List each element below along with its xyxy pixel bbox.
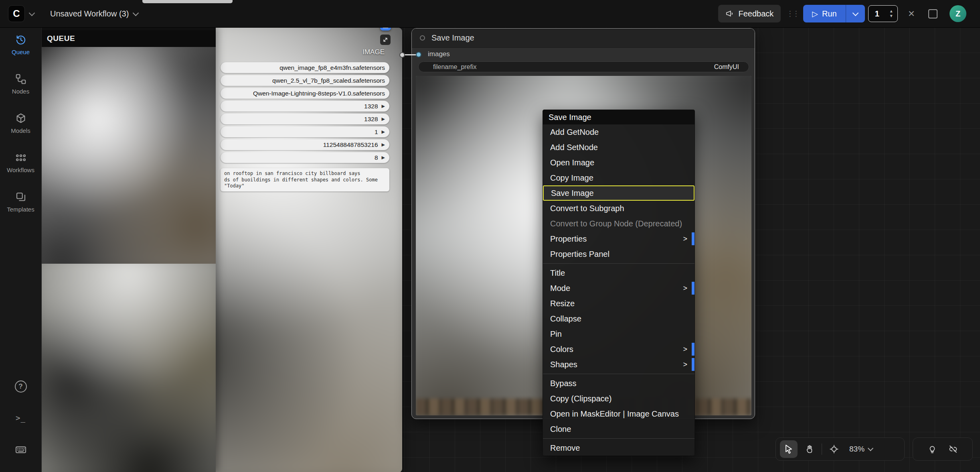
menu-item-properties-panel[interactable]: Properties Panel [543, 246, 695, 262]
menu-item-shapes[interactable]: Shapes> [543, 357, 695, 372]
prompt-textarea[interactable]: on rooftop in san francisco city billboa… [221, 168, 389, 191]
queue-item-thumbnail[interactable] [41, 264, 216, 472]
models-icon [15, 112, 27, 124]
widget-seed[interactable]: 1125488487853216▶ [221, 139, 389, 150]
image-output-label: IMAGE [362, 48, 385, 56]
collapse-node-icon[interactable] [420, 35, 425, 41]
menu-separator [543, 438, 695, 439]
menu-item-bypass[interactable]: Bypass [543, 376, 695, 391]
sidebar-item-models[interactable]: Models [0, 112, 41, 134]
queue-panel: QUEUE [41, 27, 216, 472]
tips-toggle-button[interactable] [923, 440, 941, 458]
terminal-button[interactable]: >_ [16, 413, 26, 422]
sidebar-item-nodes[interactable]: Nodes [0, 73, 41, 95]
run-options-button[interactable] [846, 5, 865, 22]
menu-item-mode[interactable]: Mode> [543, 281, 695, 296]
images-input-slot[interactable] [416, 52, 421, 57]
menu-item-colors[interactable]: Colors> [543, 342, 695, 357]
app-sidebar: Queue Nodes Models Workfl [0, 27, 42, 472]
menu-item-remove[interactable]: Remove [543, 440, 695, 456]
batch-count-stepper[interactable]: 1 ▲ ▼ [868, 5, 898, 22]
batch-count-value: 1 [875, 9, 879, 18]
menu-item-copy-clipspace[interactable]: Copy (Clipspace) [543, 391, 695, 406]
menu-item-save-image[interactable]: Save Image [543, 185, 695, 201]
widget-value: ComfyUI [714, 63, 739, 71]
stepper-down-icon[interactable]: ▼ [889, 14, 893, 18]
pan-tool-button[interactable] [801, 440, 818, 458]
select-tool-button[interactable] [780, 440, 798, 458]
menu-item-collapse[interactable]: Collapse [543, 311, 695, 326]
menu-item-convert-to-group-node: Convert to Group Node (Deprecated) [543, 216, 695, 231]
widget-lora-name[interactable]: Qwen-Image-Lightning-8steps-V1.0.safeten… [221, 88, 389, 99]
fit-view-button[interactable] [825, 440, 843, 458]
feedback-button[interactable]: Feedback [718, 5, 781, 22]
menu-item-pin[interactable]: Pin [543, 326, 695, 342]
menu-item-properties[interactable]: Properties> [543, 231, 695, 246]
help-icon: ? [18, 382, 22, 391]
widget-width[interactable]: 1328▶ [221, 101, 389, 112]
image-output-slot[interactable] [399, 52, 405, 58]
user-avatar[interactable]: Z [950, 5, 966, 22]
workflow-title-menu[interactable]: Unsaved Workflow (3) [50, 9, 138, 18]
chevron-down-icon [852, 10, 859, 16]
menu-item-copy-image[interactable]: Copy Image [543, 170, 695, 185]
menu-item-clone[interactable]: Clone [543, 421, 695, 437]
keyboard-icon [14, 443, 27, 456]
images-input-label: images [428, 50, 450, 58]
queue-panel-header: QUEUE [41, 30, 216, 47]
filename-prefix-widget[interactable]: filename_prefix ComfyUI [418, 61, 749, 72]
menu-item-convert-to-subgraph[interactable]: Convert to Subgraph [543, 201, 695, 216]
menu-item-add-setnode[interactable]: Add SetNode [543, 140, 695, 155]
logo-menu-chevron-icon[interactable] [29, 10, 35, 16]
node-context-menu: Save Image Add GetNode Add SetNode Open … [543, 110, 695, 456]
canvas-toggles-toolbar [913, 437, 973, 461]
queue-item-thumbnail[interactable] [41, 47, 216, 264]
templates-icon [15, 191, 27, 203]
widget-batch[interactable]: 1▶ [221, 126, 389, 137]
increment-arrow-icon[interactable]: ▶ [382, 129, 385, 134]
workflows-icon [15, 152, 27, 164]
menu-item-open-in-maskeditor[interactable]: Open in MaskEditor | Image Canvas [543, 406, 695, 421]
increment-arrow-icon[interactable]: ▶ [382, 142, 385, 147]
submenu-indicator [692, 358, 695, 371]
canvas-toolbar: 83% [775, 437, 905, 461]
expand-preview-button[interactable] [380, 35, 391, 45]
chevron-down-icon [868, 446, 873, 451]
drag-handle-icon[interactable]: ⋮⋮ [786, 9, 798, 18]
zoom-control[interactable]: 83% [846, 445, 876, 454]
submenu-arrow-icon: > [683, 357, 687, 372]
run-button[interactable]: ▷ Run [803, 5, 845, 22]
sidebar-item-templates[interactable]: Templates [0, 191, 41, 213]
help-button[interactable]: ? [15, 380, 27, 393]
cancel-run-button[interactable]: × [908, 8, 915, 19]
app-window: qwen_image_fp8_e4m3fn.safetensors qwen_2… [0, 0, 980, 472]
queue-overlay-toggle-icon[interactable] [928, 9, 937, 18]
cursor-icon [784, 444, 794, 454]
menu-separator [543, 263, 695, 264]
comfyui-logo[interactable]: C [8, 5, 25, 22]
sidebar-item-workflows[interactable]: Workflows [0, 152, 41, 173]
stepper-up-icon[interactable]: ▲ [889, 9, 893, 13]
queue-panel-title: QUEUE [47, 34, 75, 43]
widget-height[interactable]: 1328▶ [221, 114, 389, 124]
increment-arrow-icon[interactable]: ▶ [382, 104, 385, 109]
widget-model-name[interactable]: qwen_image_fp8_e4m3fn.safetensors [221, 62, 389, 73]
increment-arrow-icon[interactable]: ▶ [382, 116, 385, 122]
menu-separator [543, 374, 695, 374]
run-button-group: ▷ Run [803, 5, 865, 22]
sidebar-item-queue[interactable]: Queue [0, 34, 41, 55]
widget-clip-name[interactable]: qwen_2.5_vl_7b_fp8_scaled.safetensors [221, 75, 389, 86]
chevron-down-icon [133, 10, 139, 16]
toggle-links-button[interactable] [944, 440, 962, 458]
submenu-indicator [692, 282, 695, 295]
menu-item-resize[interactable]: Resize [543, 296, 695, 311]
shortcuts-button[interactable] [14, 443, 27, 458]
menu-item-open-image[interactable]: Open Image [543, 155, 695, 170]
menu-item-title[interactable]: Title [543, 265, 695, 281]
widget-steps[interactable]: 8▶ [221, 152, 389, 163]
save-image-node-header[interactable]: Save Image [412, 28, 755, 48]
increment-arrow-icon[interactable]: ▶ [382, 155, 385, 160]
expand-icon [382, 37, 389, 43]
node-title: Save Image [431, 33, 474, 43]
menu-item-add-getnode[interactable]: Add GetNode [543, 124, 695, 140]
